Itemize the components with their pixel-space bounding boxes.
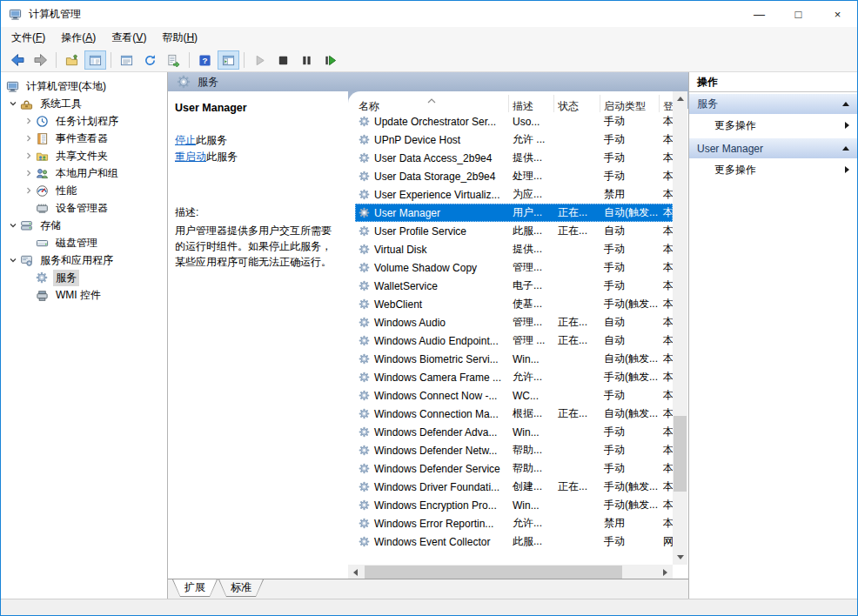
scroll-down-button[interactable] — [673, 550, 687, 565]
close-button[interactable]: × — [818, 1, 857, 27]
collapse-icon[interactable] — [842, 102, 849, 106]
menu-help[interactable]: 帮助(H) — [154, 27, 205, 49]
tree-item-event-viewer[interactable]: 事件查看器 — [1, 130, 167, 147]
chevron-right-icon[interactable] — [22, 117, 36, 125]
menu-file[interactable]: 文件(F) — [3, 27, 53, 49]
service-name-cell: User Profile Service — [355, 225, 509, 238]
service-cell: 本 — [660, 205, 673, 220]
service-row[interactable]: User Experience Virtualiz...为应...禁用本 — [355, 185, 673, 204]
minimize-button[interactable]: — — [740, 1, 779, 27]
refresh-button[interactable] — [139, 50, 161, 70]
service-row[interactable]: Windows Defender Netw...帮助...手动本 — [355, 441, 673, 459]
tree-item-computer-management-local[interactable]: 计算机管理(本地) — [1, 77, 167, 95]
horizontal-scrollbar[interactable] — [348, 565, 673, 579]
service-row[interactable]: User Data Storage_2b9e4处理...手动本 — [355, 167, 673, 185]
stop-service-button[interactable] — [272, 50, 294, 70]
start-service-button[interactable] — [249, 50, 271, 70]
pause-service-button[interactable] — [296, 50, 318, 70]
console-window-button[interactable] — [84, 50, 106, 70]
tree-item-local-users-groups[interactable]: 本地用户和组 — [1, 164, 167, 182]
column-header-0[interactable]: 名称 — [355, 95, 509, 112]
tree-item-services[interactable]: 服务 — [1, 269, 167, 286]
service-row[interactable]: Update Orchestrator Ser...Uso...手动本 — [355, 112, 673, 131]
service-row[interactable]: Windows Error Reportin...允许...禁用本 — [355, 514, 673, 532]
service-row[interactable]: User Data Access_2b9e4提供...手动本 — [355, 149, 673, 167]
tree-item-services-and-applications[interactable]: 服务和应用程序 — [1, 251, 167, 269]
chevron-down-icon[interactable] — [6, 221, 20, 230]
stop-service-link[interactable]: 停止 — [175, 134, 196, 146]
up-folder-button[interactable] — [61, 50, 83, 70]
tree-item-wmi-control[interactable]: WMI 控件 — [1, 286, 167, 304]
column-header-3[interactable]: 启动类型 — [600, 95, 660, 112]
scroll-right-button[interactable] — [658, 565, 673, 579]
service-row[interactable]: Windows Driver Foundati...创建...正在...手动(触… — [355, 478, 673, 496]
tree-item-device-manager[interactable]: 设备管理器 — [1, 199, 167, 217]
forward-button[interactable] — [30, 50, 51, 70]
tree-item-shared-folders[interactable]: 共享文件夹 — [1, 147, 167, 164]
maximize-button[interactable]: □ — [779, 1, 818, 27]
restart-service-button[interactable] — [319, 50, 341, 70]
collapse-icon[interactable] — [842, 146, 849, 151]
chevron-right-icon[interactable] — [22, 186, 36, 195]
actions-title: 操作 — [689, 72, 857, 92]
service-row[interactable]: Windows Camera Frame ...允许...手动(触发...本 — [355, 368, 673, 386]
service-row[interactable]: WebClient使基...手动(触发...本 — [355, 295, 673, 313]
service-row[interactable]: User Profile Service此服...正在...自动本 — [355, 222, 673, 240]
chevron-down-icon[interactable] — [6, 256, 20, 264]
tree-item-system-tools[interactable]: 系统工具 — [1, 95, 167, 112]
action-section-user-manager[interactable]: User Manager — [689, 138, 857, 158]
service-row[interactable]: Virtual Disk提供...手动本 — [355, 240, 673, 258]
action-section-services[interactable]: 服务 — [689, 94, 857, 114]
tree-item-storage[interactable]: 存储 — [1, 217, 167, 234]
service-cell: 允许 ... — [509, 132, 554, 147]
service-row[interactable]: User Manager用户...正在...自动(触发...本 — [355, 204, 673, 222]
more-actions-services[interactable]: 更多操作 — [689, 114, 857, 137]
refresh-icon — [144, 54, 157, 67]
horizontal-scroll-thumb[interactable] — [365, 566, 622, 579]
service-cell: 本 — [660, 333, 673, 348]
more-actions-user-manager[interactable]: 更多操作 — [689, 158, 857, 181]
vertical-scrollbar[interactable] — [673, 91, 687, 565]
scroll-up-button[interactable] — [673, 91, 687, 106]
properties-button[interactable] — [116, 50, 137, 70]
column-header-1[interactable]: 描述 — [509, 95, 554, 112]
service-cell: 正在... — [554, 333, 600, 348]
service-row[interactable]: Windows Defender Service帮助...手动本 — [355, 459, 673, 478]
service-row[interactable]: WalletService电子...手动本 — [355, 277, 673, 295]
service-row[interactable]: Windows Encryption Pro...Win...手动(触发...本 — [355, 496, 673, 514]
tree-item-task-scheduler[interactable]: 任务计划程序 — [1, 112, 167, 130]
service-name-cell: User Data Access_2b9e4 — [355, 152, 509, 164]
help-button[interactable]: ? — [194, 50, 216, 70]
column-header-2[interactable]: 状态 — [554, 95, 600, 112]
tab-standard[interactable]: 标准 — [218, 579, 264, 597]
device-manager-icon — [36, 202, 49, 215]
list-rows: Update Orchestrator Ser...Uso...手动本UPnP … — [355, 112, 673, 551]
action-item-label: 更多操作 — [714, 118, 756, 133]
chevron-down-icon[interactable] — [6, 99, 20, 108]
vertical-scroll-thumb[interactable] — [674, 416, 687, 492]
tree-item-disk-management[interactable]: 磁盘管理 — [1, 234, 167, 251]
export-list-button[interactable] — [163, 50, 184, 70]
service-row[interactable]: Volume Shadow Copy管理...手动本 — [355, 258, 673, 277]
column-header-4[interactable]: 登 — [660, 95, 673, 112]
tab-extended[interactable]: 扩展 — [172, 579, 218, 597]
service-row[interactable]: Windows Biometric Servi...Win...自动(触发...… — [355, 350, 673, 368]
scroll-left-button[interactable] — [348, 565, 363, 579]
service-row[interactable]: Windows Defender Adva...Win...手动本 — [355, 423, 673, 441]
service-row[interactable]: Windows Audio管理...正在...自动本 — [355, 313, 673, 331]
service-row[interactable]: Windows Event Collector此服...手动网 — [355, 532, 673, 551]
chevron-right-icon[interactable] — [22, 169, 36, 177]
service-row[interactable]: Windows Connection Ma...根据...正在...自动(触发.… — [355, 405, 673, 423]
tree-item-performance[interactable]: 性能 — [1, 182, 167, 199]
service-row[interactable]: UPnP Device Host允许 ...手动本 — [355, 131, 673, 149]
chevron-right-icon[interactable] — [22, 151, 36, 160]
restart-service-link[interactable]: 重启动 — [175, 151, 206, 163]
service-row[interactable]: Windows Connect Now -...WC...手动本 — [355, 386, 673, 405]
menu-view[interactable]: 查看(V) — [104, 27, 154, 49]
back-button[interactable] — [6, 50, 28, 70]
chevron-right-icon[interactable] — [22, 134, 36, 143]
show-console-tree-button[interactable] — [218, 50, 239, 70]
service-row[interactable]: Windows Audio Endpoint...管理 ...正在...自动本 — [355, 331, 673, 350]
tree-item-label: 性能 — [53, 183, 79, 199]
menu-action[interactable]: 操作(A) — [53, 27, 104, 49]
